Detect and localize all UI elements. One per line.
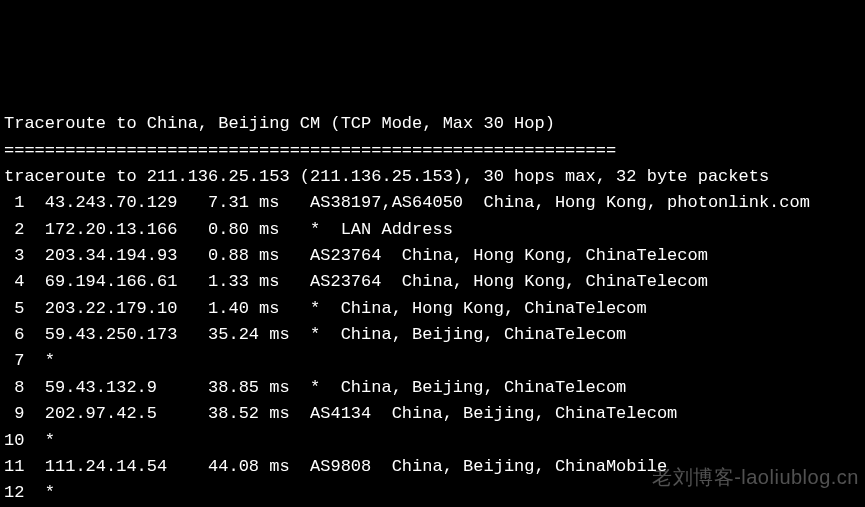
separator-line: ========================================…: [4, 141, 616, 160]
hop-list: 1 43.243.70.129 7.31 ms AS38197,AS64050 …: [4, 190, 861, 507]
traceroute-summary: traceroute to 211.136.25.153 (211.136.25…: [4, 167, 769, 186]
traceroute-title: Traceroute to China, Beijing CM (TCP Mod…: [4, 114, 555, 133]
terminal-output: Traceroute to China, Beijing CM (TCP Mod…: [4, 111, 861, 507]
